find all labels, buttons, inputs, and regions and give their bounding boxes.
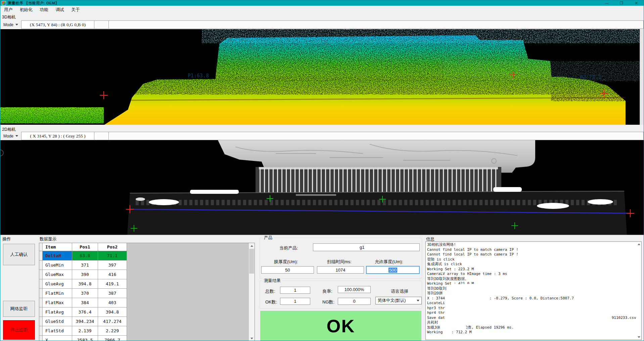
pos1-cell: 63.8 [72,251,98,261]
results-group-label: 测量结果 [263,278,282,284]
pos2-cell: 416 [98,270,127,279]
maximize-button[interactable]: ❐ [614,0,629,6]
table-row[interactable]: X 2583.5 7966.7 [39,336,127,341]
current-product-label: 当前产品: [279,245,298,251]
item-cell: FlatAvg [43,307,72,317]
pos2-cell: 397 [98,261,127,270]
result-status-text: OK [327,316,355,336]
table-row[interactable]: FlatStd 2.139 2.229 [39,326,127,336]
pos1-cell: 394.234 [72,317,98,326]
menu-bar: 用户 初始化 功能 调试 关于 [0,6,644,14]
column-header-item: Item [43,243,72,251]
camera2d-toolbar-box [94,132,109,140]
table-row[interactable]: GlueMin 371 397 [39,261,127,270]
yield-field[interactable]: 100.000% [338,286,371,293]
product-group-label: 产品 [263,235,274,241]
redaction-smudge [443,330,451,335]
title-bar: 测量程序 【当前用户: OEM】 — ❐ ✕ [0,0,644,6]
close-button[interactable]: ✕ [629,0,644,6]
arrow-up-icon[interactable] [249,243,255,249]
film-thickness-field[interactable]: 50 [261,266,314,274]
camera3d-view[interactable]: P1:63.8 P2:71.1 [0,29,644,125]
app-window: 测量程序 【当前用户: OEM】 — ❐ ✕ 用户 初始化 功能 调试 关于 3… [0,0,644,341]
table-row[interactable]: GlueAvg 394.8 419.1 [39,279,127,289]
camera3d-toolbar-fill [109,20,644,29]
column-header-pos1: Pos1 [72,243,98,251]
item-cell: GlueMin [43,261,72,270]
menu-item[interactable]: 关于 [68,6,84,14]
row-header-cell [39,307,43,317]
arrow-down-icon[interactable] [637,335,641,339]
camera2d-mode-label: Mode [3,134,13,138]
log-line: 登陆 is click [427,257,637,262]
table-row[interactable]: GlueMax 390 416 [39,270,127,279]
total-field[interactable]: 1 [280,287,310,294]
redaction-smudge [443,325,467,330]
ng-count-field[interactable]: 0 [338,298,371,305]
row-header-cell [39,336,43,341]
network-listen-button[interactable]: 网络监听 [3,301,35,317]
allow-thickness-field[interactable]: 500 [366,266,420,274]
language-select-label: 语言选择 [391,288,408,294]
table-row[interactable]: FlatAvg 376.4 394.8 [39,307,127,317]
camera2d-view[interactable] [0,140,644,235]
pos1-cell: 394.8 [72,279,98,289]
pos2-cell: 403 [98,298,127,307]
ok-count-field[interactable]: 1 [280,298,310,305]
result-status-banner: OK [260,311,421,341]
language-select-dropdown[interactable]: 简体中文(默认) [375,297,422,304]
p2-measure-label: P2:71.1 [580,74,601,80]
pos1-cell: 384 [72,298,98,307]
minimize-button[interactable]: — [599,0,614,6]
menu-item[interactable]: 功能 [36,6,52,14]
item-cell: FlatMax [43,298,72,307]
table-row[interactable]: FlatMin 370 387 [39,289,127,298]
log-line: Working Set : 223.2 M [427,267,637,272]
language-selected-value: 简体中文(默认) [378,298,406,303]
camera2d-grayscale-image [0,140,644,235]
bottom-panel: 操作 人工确认 网络监听 停止监听 数据显示 Item Pos1 Pos2 De… [0,235,644,341]
camera2d-toolbar: Mode ( X 3145, Y 28 ) : ( Gray 255 ) [0,132,644,140]
stop-listen-button[interactable]: 停止监听 [3,320,35,340]
row-header-cell [39,251,43,261]
chevron-down-icon [417,300,419,301]
camera2d-toolbar-fill [109,132,644,140]
redaction-smudge [459,301,543,314]
camera3d-toolbar-box [94,20,109,29]
row-header-cell [39,298,43,307]
product-group: 产品 当前产品: g1 膜厚度(Um): 扫描时间ms: 允许厚度(Um): 5… [260,238,422,279]
table-row[interactable]: DeltaH 63.8 71.1 [39,251,127,261]
camera3d-mode-button[interactable]: Mode [0,20,21,29]
log-line: Cannot find local IP to match camera IP … [427,247,637,252]
item-cell: GlueMax [43,270,72,279]
results-group: 测量结果 总数: 1 良率: 100.000% 语言选择 OK数: 1 NG数:… [260,281,422,309]
camera3d-scrollbar[interactable] [640,29,644,125]
table-row[interactable]: FlatMax 384 403 [39,298,127,307]
manual-confirm-button[interactable]: 人工确认 [3,244,35,265]
camera3d-mode-label: Mode [3,22,13,27]
scrollbar-thumb[interactable] [249,249,254,274]
row-header-cell [39,261,43,270]
table-scrollbar[interactable] [248,243,255,341]
column-header-pos2: Pos2 [98,243,127,251]
menu-item[interactable]: 用户 [0,6,16,14]
log-output[interactable]: 3D相机没有网络! Cannot find local IP to match … [425,241,642,340]
measurement-table: Item Pos1 Pos2 DeltaH 63.8 71.1 GlueMin … [39,243,255,341]
arrow-down-icon[interactable] [249,336,255,341]
camera3d-cursor-status: (X 5473, Y 84) : (R 0,G 0,B 0) [21,20,94,29]
scan-time-field[interactable]: 1074 [317,266,364,274]
row-header-cell [39,326,43,336]
arrow-up-icon[interactable] [637,242,641,246]
camera2d-mode-button[interactable]: Mode [0,132,21,140]
table-row[interactable]: GlueStd 394.234 417.274 [39,317,127,326]
app-icon [2,1,6,5]
pos2-cell: 417.274 [98,317,127,326]
menu-item[interactable]: 调试 [52,6,68,14]
log-line: CameraLV array to HImage time : 3 ms [427,272,637,277]
menu-item[interactable]: 初始化 [16,6,36,14]
window-title: 测量程序 【当前用户: OEM】 [8,1,59,6]
pos1-cell: 2583.5 [72,336,98,341]
row-header-cell [39,243,43,251]
current-product-field[interactable]: g1 [313,243,420,251]
data-display-group-label: 数据显示 [40,236,56,242]
